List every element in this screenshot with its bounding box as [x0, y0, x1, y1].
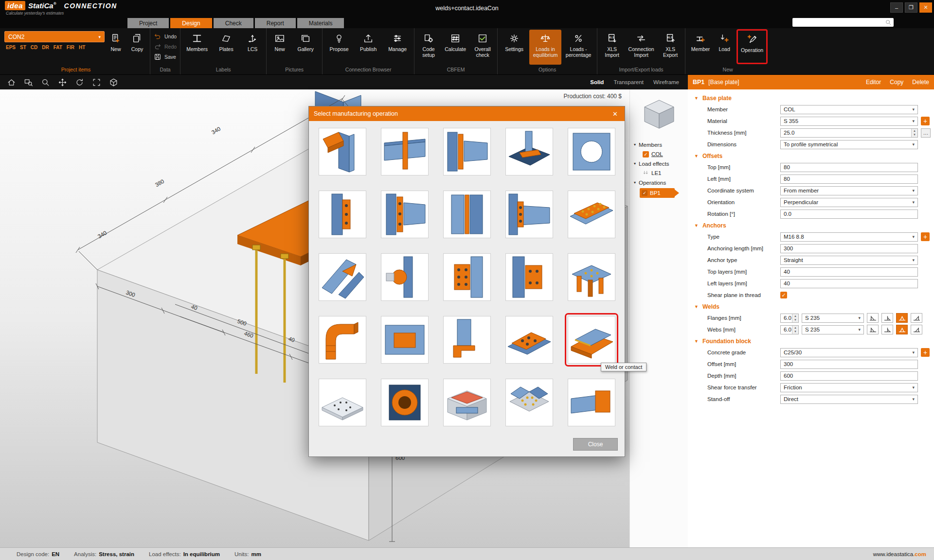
add-button[interactable]: +	[921, 117, 930, 125]
checkbox-checked-icon[interactable]: ✓	[780, 292, 787, 298]
text-input[interactable]: 6.0▲▼	[780, 325, 799, 334]
dropdown[interactable]: S 235▾	[802, 314, 864, 323]
text-input[interactable]: 40	[780, 267, 918, 277]
dropdown[interactable]: Straight▾	[780, 256, 918, 265]
tab-design[interactable]: Design	[170, 18, 212, 28]
operation-thumb-hollow-opening[interactable]	[381, 379, 429, 426]
website-link[interactable]: www.ideastatica.com	[873, 551, 926, 557]
section-header[interactable]: ▼Base plate	[688, 92, 934, 104]
operation-thumb-cut-of-member[interactable]	[319, 128, 366, 175]
delete-operation-button[interactable]: Delete	[912, 79, 929, 86]
new-load-button[interactable]: Load	[714, 30, 735, 65]
operation-thumb-gusset-plate[interactable]	[568, 191, 615, 238]
tab-project[interactable]: Project	[127, 18, 169, 28]
save-button[interactable]: Save	[154, 53, 177, 61]
labels-plates-button[interactable]: Plates	[212, 30, 240, 65]
tree-item-le1[interactable]: LE1	[630, 168, 688, 178]
loads-in-equilibrium-button[interactable]: Loads in equilibrium	[529, 30, 561, 65]
operation-thumb-splice-contact[interactable]	[443, 191, 491, 238]
text-input[interactable]: 80	[780, 175, 918, 184]
tab-check[interactable]: Check	[214, 18, 253, 28]
operation-thumb-truss-node[interactable]	[505, 379, 553, 426]
copy-project-item-button[interactable]: Copy	[127, 30, 147, 65]
code-dr[interactable]: DR	[42, 45, 49, 50]
operation-thumb-stiffening-member[interactable]	[381, 128, 429, 175]
publish-button[interactable]: Publish	[354, 30, 382, 65]
xls-import-button[interactable]: XLS XLS Import	[600, 30, 624, 65]
text-input[interactable]: 0.0	[780, 210, 918, 219]
operation-thumb-fin-plate[interactable]	[505, 191, 553, 238]
code-fir[interactable]: FIR	[67, 45, 74, 50]
picture-gallery-button[interactable]: Gallery	[291, 30, 320, 65]
operation-thumb-negative-volume[interactable]	[381, 316, 429, 364]
text-input[interactable]: 300	[780, 244, 918, 253]
loads-percentage-button[interactable]: Loads - percentage	[562, 30, 594, 65]
text-input[interactable]: 300	[780, 360, 918, 369]
add-button[interactable]: +	[921, 232, 930, 241]
home-view-icon[interactable]	[7, 76, 16, 88]
operation-thumb-splice-plate[interactable]	[505, 316, 553, 364]
minimize-button[interactable]: –	[890, 2, 903, 13]
section-header[interactable]: ▼Welds	[688, 301, 934, 312]
operation-thumb-pressed-plate[interactable]	[443, 379, 491, 426]
operation-thumb-bolt-grid[interactable]	[443, 253, 491, 301]
dropdown[interactable]: From member▾	[780, 186, 918, 195]
code-ht[interactable]: HT	[79, 45, 85, 50]
close-button[interactable]: ✕	[919, 2, 932, 13]
code-eps[interactable]: EPS	[6, 45, 16, 50]
operation-thumb-base-plate[interactable]	[505, 128, 553, 175]
checkbox-checked-icon[interactable]: ✓	[643, 151, 649, 158]
tree-item-col[interactable]: ✓ COL	[630, 149, 688, 159]
code-setup-button[interactable]: Code setup	[417, 30, 440, 65]
dropdown[interactable]: Direct▾	[780, 395, 918, 404]
rotate-icon[interactable]	[75, 76, 84, 88]
new-member-button[interactable]: Member	[688, 30, 713, 65]
redo-button[interactable]: Redo	[154, 43, 177, 51]
text-input[interactable]: 80	[780, 163, 918, 172]
dropdown[interactable]: Perpendicular▾	[780, 198, 918, 207]
mode-wireframe[interactable]: Wireframe	[653, 79, 679, 85]
mode-transparent[interactable]: Transparent	[613, 79, 644, 85]
dropdown[interactable]: S 235▾	[802, 325, 864, 334]
add-button[interactable]: +	[921, 348, 930, 357]
section-header[interactable]: ▼Anchors	[688, 220, 934, 231]
operation-thumb-widening[interactable]	[319, 191, 366, 238]
weld-type-button[interactable]	[867, 313, 879, 323]
new-operation-button[interactable]: Operation	[738, 31, 766, 63]
tree-section-load-effects[interactable]: ▾ Load effects	[630, 159, 688, 168]
copy-operation-button[interactable]: Copy	[890, 79, 903, 86]
operation-thumb-stub-table[interactable]	[568, 253, 615, 301]
operation-thumb-anchor-grid[interactable]	[319, 379, 366, 426]
clipping-box-icon[interactable]	[109, 76, 118, 88]
dialog-close-icon[interactable]: ✕	[611, 110, 620, 118]
zoom-window-icon[interactable]	[24, 76, 33, 88]
operation-thumb-bolted-end-plate[interactable]	[381, 191, 429, 238]
weld-type-button[interactable]	[881, 313, 893, 323]
weld-type-button[interactable]	[881, 325, 893, 334]
code-cd[interactable]: CD	[31, 45, 37, 50]
operation-thumb-weld-or-contact[interactable]	[568, 316, 615, 364]
editor-button[interactable]: Editor	[866, 79, 881, 86]
calculate-button[interactable]: Calculate	[441, 30, 469, 65]
spinner[interactable]: ▲▼	[792, 326, 798, 334]
zoom-icon[interactable]	[41, 76, 50, 88]
maximize-button[interactable]: ❐	[905, 2, 917, 13]
weld-type-button[interactable]	[896, 313, 908, 323]
dropdown[interactable]: COL▾	[780, 105, 918, 114]
fit-view-icon[interactable]	[92, 76, 101, 88]
new-project-item-button[interactable]: New	[106, 30, 126, 65]
code-st[interactable]: ST	[20, 45, 26, 50]
operation-thumb-connector[interactable]	[381, 253, 429, 301]
dropdown[interactable]: To profile symmetrical▾	[780, 140, 918, 149]
spinner[interactable]: ▲▼	[911, 129, 917, 137]
more-button[interactable]: …	[921, 128, 931, 138]
text-input[interactable]: 600	[780, 371, 918, 381]
project-item-selector[interactable]: CON2 ▾	[4, 31, 105, 42]
text-input[interactable]: 25.0▲▼	[780, 128, 918, 138]
manage-button[interactable]: Manage	[383, 30, 412, 65]
dialog-close-button[interactable]: Close	[573, 438, 618, 451]
propose-button[interactable]: Propose	[325, 30, 353, 65]
settings-button[interactable]: Settings	[500, 30, 528, 65]
spinner[interactable]: ▲▼	[792, 314, 798, 322]
weld-type-button[interactable]	[911, 325, 922, 334]
